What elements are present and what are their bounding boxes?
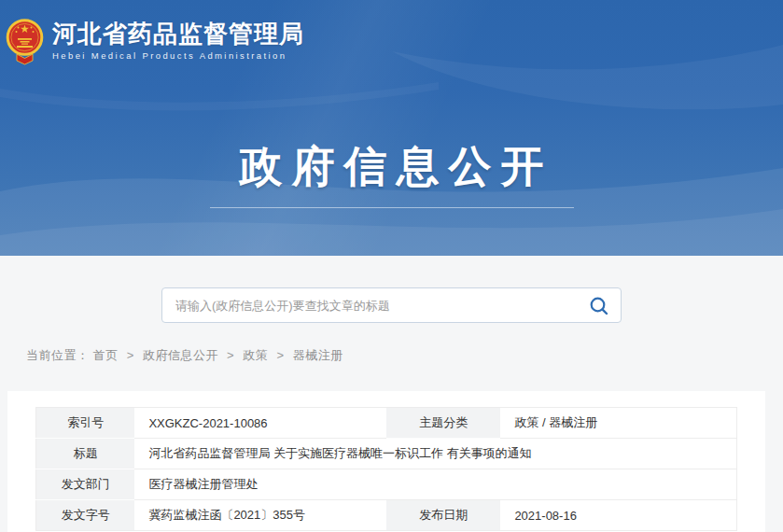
breadcrumb-separator: > <box>127 348 134 362</box>
document-card: 索引号 XXGKZC-2021-10086 主题分类 政策 / 器械注册 标题 … <box>7 391 765 532</box>
table-row-title: 标题 河北省药品监督管理局 关于实施医疗器械唯一标识工作 有关事项的通知 <box>36 439 737 469</box>
field-label-topic-category: 主题分类 <box>386 408 500 439</box>
field-value-index-number: XXGKZC-2021-10086 <box>134 408 386 439</box>
title-underline <box>210 207 574 208</box>
breadcrumb-separator: > <box>276 348 284 362</box>
field-value-publish-date: 2021-08-16 <box>500 500 736 531</box>
breadcrumb-item-policy[interactable]: 政策 <box>243 348 268 362</box>
field-value-document-number: 冀药监械注函〔2021〕355号 <box>134 500 386 531</box>
breadcrumb-label: 当前位置： <box>26 348 90 362</box>
field-label-issuing-department: 发文部门 <box>36 469 135 500</box>
document-meta-table: 索引号 XXGKZC-2021-10086 主题分类 政策 / 器械注册 标题 … <box>35 407 737 531</box>
page: 河北省药品监督管理局 Hebei Medical Products Admini… <box>0 0 783 532</box>
field-label-publish-date: 发布日期 <box>386 500 500 531</box>
breadcrumb-separator: > <box>227 348 234 362</box>
field-value-title: 河北省药品监督管理局 关于实施医疗器械唯一标识工作 有关事项的通知 <box>134 439 736 469</box>
search-input[interactable] <box>162 288 621 322</box>
search-button[interactable] <box>585 292 613 320</box>
field-label-title: 标题 <box>36 439 135 469</box>
table-row-index: 索引号 XXGKZC-2021-10086 主题分类 政策 / 器械注册 <box>36 408 737 439</box>
site-subtitle: Hebei Medical Products Administration <box>52 50 304 61</box>
breadcrumb: 当前位置： 首页 > 政府信息公开 > 政策 > 器械注册 <box>26 347 783 364</box>
page-title: 政府信息公开 <box>0 140 783 192</box>
field-value-topic-category: 政策 / 器械注册 <box>500 408 736 439</box>
site-title: 河北省药品监督管理局 <box>52 20 304 48</box>
banner: 河北省药品监督管理局 Hebei Medical Products Admini… <box>0 0 783 256</box>
breadcrumb-item-gov-info[interactable]: 政府信息公开 <box>143 348 218 362</box>
search-icon <box>589 296 609 316</box>
table-row-department: 发文部门 医疗器械注册管理处 <box>36 469 737 500</box>
search-box <box>161 287 622 323</box>
breadcrumb-item-home[interactable]: 首页 <box>93 348 119 362</box>
content-area: 当前位置： 首页 > 政府信息公开 > 政策 > 器械注册 <box>0 256 783 364</box>
national-emblem-icon <box>6 14 44 65</box>
field-label-index-number: 索引号 <box>36 408 135 439</box>
table-row-document-number: 发文字号 冀药监械注函〔2021〕355号 发布日期 2021-08-16 <box>36 500 737 531</box>
field-value-issuing-department: 医疗器械注册管理处 <box>134 469 736 500</box>
field-label-document-number: 发文字号 <box>36 500 135 531</box>
site-brand: 河北省药品监督管理局 Hebei Medical Products Admini… <box>6 14 304 65</box>
breadcrumb-item-device-registration[interactable]: 器械注册 <box>293 348 343 362</box>
